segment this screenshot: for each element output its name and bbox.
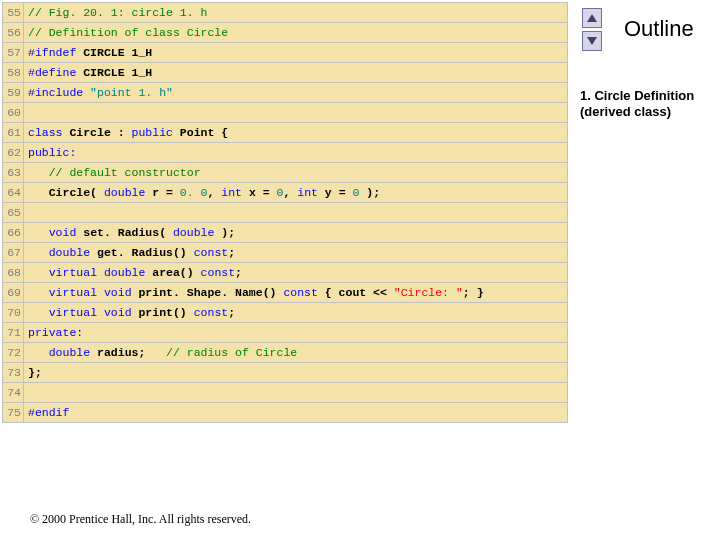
code-token: #include [28,86,83,99]
code-token: void [104,286,132,299]
code-token: print() [132,306,194,319]
code-row: 70 virtual void print() const; [3,303,568,323]
line-number: 72 [3,343,24,363]
line-number: 67 [3,243,24,263]
code-token: ; [228,306,235,319]
code-token: area() [145,266,200,279]
code-token: { cout << [318,286,394,299]
code-token: private: [28,326,83,339]
code-token: "Circle: " [394,286,463,299]
code-cell: // default constructor [24,163,568,183]
code-token: double [104,186,145,199]
code-token: virtual [49,306,97,319]
arrow-up-icon [587,14,597,22]
code-token: const [194,246,229,259]
code-token: y = [318,186,353,199]
code-cell: #define CIRCLE 1_H [24,63,568,83]
code-row: 66 void set. Radius( double ); [3,223,568,243]
line-number: 70 [3,303,24,323]
code-token: r = [145,186,180,199]
line-number: 73 [3,363,24,383]
code-body: 55// Fig. 20. 1: circle 1. h56// Definit… [3,3,568,423]
line-number: 62 [3,143,24,163]
code-token: 0. 0 [180,186,208,199]
code-row: 62public: [3,143,568,163]
code-token: // Fig. 20. 1: circle 1. h [28,6,207,19]
code-token: class [28,126,63,139]
code-listing: 55// Fig. 20. 1: circle 1. h56// Definit… [2,2,568,423]
code-token: #endif [28,406,69,419]
code-token: ); [214,226,235,239]
code-token: // radius of Circle [166,346,297,359]
code-row: 63 // default constructor [3,163,568,183]
code-token: const [201,266,236,279]
code-token [28,386,35,399]
code-row: 61class Circle : public Point { [3,123,568,143]
code-token: Circle( [28,186,104,199]
code-token [28,246,49,259]
code-token: void [49,226,77,239]
code-token: const [283,286,318,299]
code-cell: void set. Radius( double ); [24,223,568,243]
code-token: Circle : [63,126,132,139]
code-row: 72 double radius; // radius of Circle [3,343,568,363]
nav-up-button[interactable] [582,8,602,28]
code-cell: class Circle : public Point { [24,123,568,143]
code-row: 58#define CIRCLE 1_H [3,63,568,83]
line-number: 68 [3,263,24,283]
code-row: 68 virtual double area() const; [3,263,568,283]
code-row: 73}; [3,363,568,383]
code-token [28,286,49,299]
code-token: int [297,186,318,199]
code-row: 75#endif [3,403,568,423]
code-cell: virtual void print() const; [24,303,568,323]
slide-root: 55// Fig. 20. 1: circle 1. h56// Definit… [0,0,720,540]
code-token [28,206,35,219]
nav-down-button[interactable] [582,31,602,51]
code-token: set. Radius( [76,226,173,239]
line-number: 66 [3,223,24,243]
line-number: 74 [3,383,24,403]
code-cell: public: [24,143,568,163]
section-note: 1. Circle Definition (derived class) [580,88,714,121]
code-token: ); [359,186,380,199]
code-token [28,226,49,239]
code-token: public: [28,146,76,159]
code-cell: virtual void print. Shape. Name() const … [24,283,568,303]
code-token [97,286,104,299]
code-token: double [173,226,214,239]
code-token: // default constructor [28,166,201,179]
code-token: const [194,306,229,319]
code-token [28,266,49,279]
code-token: double [49,246,90,259]
code-token: }; [28,366,42,379]
line-number: 61 [3,123,24,143]
arrow-down-icon [587,37,597,45]
code-token: Point { [173,126,228,139]
code-cell [24,383,568,403]
code-row: 71private: [3,323,568,343]
code-row: 74 [3,383,568,403]
line-number: 60 [3,103,24,123]
code-cell: // Definition of class Circle [24,23,568,43]
code-token [28,106,35,119]
line-number: 71 [3,323,24,343]
code-row: 65 [3,203,568,223]
code-row: 56// Definition of class Circle [3,23,568,43]
line-number: 55 [3,3,24,23]
line-number: 63 [3,163,24,183]
code-token: "point 1. h" [83,86,173,99]
line-number: 75 [3,403,24,423]
code-token: radius; [90,346,166,359]
code-cell: #endif [24,403,568,423]
code-cell: virtual double area() const; [24,263,568,283]
code-token: , [207,186,221,199]
code-cell [24,103,568,123]
code-token: double [104,266,145,279]
code-token [28,346,49,359]
line-number: 64 [3,183,24,203]
line-number: 59 [3,83,24,103]
code-row: 64 Circle( double r = 0. 0, int x = 0, i… [3,183,568,203]
code-token: CIRCLE 1_H [76,46,152,59]
code-row: 67 double get. Radius() const; [3,243,568,263]
